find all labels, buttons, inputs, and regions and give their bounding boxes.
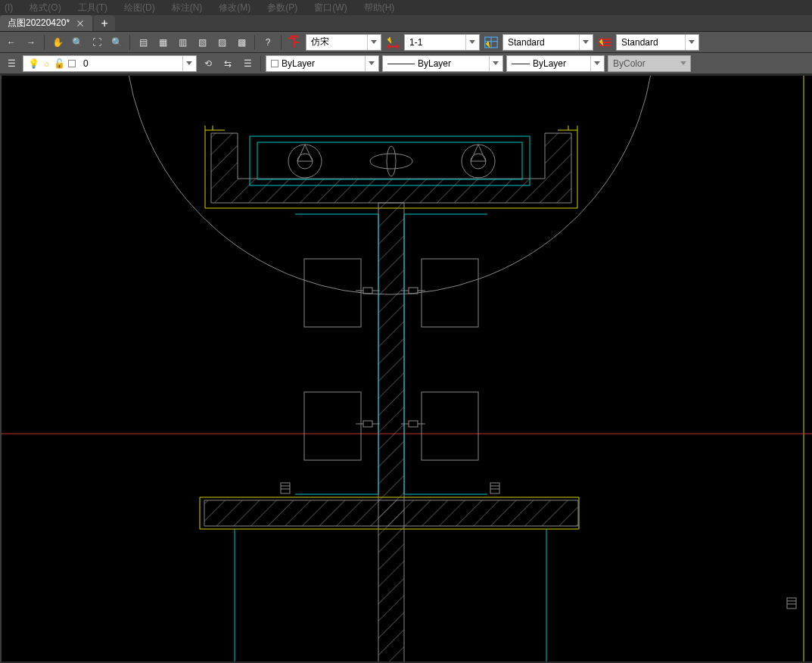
menu-item[interactable]: 绘图(D)	[124, 2, 155, 14]
menu-item[interactable]: 窗口(W)	[314, 2, 347, 14]
menu-bar: (I) 格式(O) 工具(T) 绘图(D) 标注(N) 修改(M) 参数(P) …	[0, 0, 812, 15]
separator	[260, 56, 261, 71]
svg-rect-14	[363, 288, 372, 294]
chevron-down-icon[interactable]	[489, 56, 501, 71]
menu-item[interactable]: 标注(N)	[172, 2, 203, 14]
zoom-prev-icon: 🔍	[111, 37, 123, 48]
svg-rect-11	[304, 392, 361, 460]
svg-rect-12	[422, 259, 478, 327]
menu-item[interactable]: 工具(T)	[78, 2, 107, 14]
tab-title: 点图20220420*	[8, 17, 70, 30]
text-style-value: 仿宋	[311, 36, 329, 48]
chevron-down-icon[interactable]	[579, 35, 591, 50]
layer-combo[interactable]: 💡 ☼ 🔓 0	[23, 55, 197, 72]
lineweight-combo[interactable]: —— ByLayer	[506, 55, 605, 72]
new-tab-button[interactable]: +	[94, 15, 115, 31]
separator	[44, 35, 45, 50]
plotstyle-value: ByColor	[613, 58, 646, 69]
layer-color-swatch	[68, 60, 76, 67]
menu-item[interactable]: 帮助(H)	[364, 2, 395, 14]
sheetset-button[interactable]: ▦	[154, 34, 171, 51]
separator	[254, 35, 255, 50]
zoom-window-button[interactable]: ⛶	[89, 34, 105, 51]
shaft-right	[404, 214, 487, 494]
zoom-realtime-button[interactable]: 🔍	[69, 34, 86, 51]
markup-button[interactable]: ▨	[213, 34, 230, 51]
layers-icon: ☰	[8, 58, 16, 69]
svg-rect-26	[281, 483, 290, 493]
shaft-left	[295, 214, 378, 494]
chevron-down-icon[interactable]	[465, 35, 478, 50]
nav-back-button[interactable]: ←	[3, 34, 20, 51]
table-style-value: Standard	[508, 37, 545, 48]
menu-item[interactable]: (I)	[5, 2, 13, 13]
walls-hatch	[204, 133, 578, 663]
layer-prev-button[interactable]: ⟲	[200, 55, 216, 72]
close-icon[interactable]	[76, 19, 85, 28]
ml-style-combo[interactable]: Standard	[616, 34, 699, 51]
tool-palette-button[interactable]: ▥	[174, 34, 191, 51]
layer-match-button[interactable]: ⇆	[219, 55, 236, 72]
separator	[281, 35, 282, 50]
svg-rect-20	[363, 421, 372, 427]
svg-rect-13	[422, 392, 478, 460]
pan-button[interactable]: ✋	[49, 34, 66, 51]
lightbulb-icon: 💡	[28, 58, 39, 69]
lock-icon: 🔓	[54, 58, 65, 69]
table-style-combo[interactable]: Standard	[502, 34, 593, 51]
properties-toolbar: ☰ 💡 ☼ 🔓 0 ⟲ ⇆ ☰ ByLayer ——— ByLayer —— B…	[0, 53, 812, 74]
properties-button[interactable]: ▤	[135, 34, 151, 51]
lineweight-value: ByLayer	[533, 58, 566, 69]
svg-rect-23	[409, 421, 418, 427]
svg-rect-32	[787, 598, 796, 609]
layer-manager-button[interactable]: ☰	[3, 55, 20, 72]
menu-item[interactable]: 修改(M)	[219, 2, 250, 14]
chevron-down-icon[interactable]	[685, 35, 697, 50]
linetype-combo[interactable]: ——— ByLayer	[382, 55, 503, 72]
table-style-icon	[483, 34, 499, 51]
svg-rect-29	[490, 483, 499, 493]
document-tab[interactable]: 点图20220420*	[0, 15, 92, 31]
linetype-sample: ———	[387, 58, 415, 69]
layer-name: 0	[83, 58, 89, 69]
chevron-down-icon[interactable]	[367, 35, 379, 50]
zoom-icon: 🔍	[72, 37, 83, 48]
help-button[interactable]: ?	[260, 34, 276, 51]
nav-forward-button[interactable]: →	[23, 34, 39, 51]
chevron-down-icon[interactable]	[590, 56, 602, 71]
hand-icon: ✋	[52, 37, 64, 48]
markup-icon: ▨	[218, 37, 226, 48]
color-value: ByLayer	[282, 58, 315, 69]
arrow-right-icon: →	[26, 37, 36, 48]
plotstyle-combo: ByColor	[608, 55, 691, 72]
dim-style-value: 1-1	[409, 37, 422, 48]
sun-icon: ☼	[42, 58, 51, 69]
dim-style-icon	[384, 34, 401, 51]
chevron-down-icon	[677, 56, 689, 71]
text-style-combo[interactable]: 仿宋	[306, 34, 381, 51]
color-combo[interactable]: ByLayer	[266, 55, 379, 72]
linetype-value: ByLayer	[418, 58, 451, 69]
chevron-down-icon[interactable]	[365, 56, 377, 71]
drawing-viewport[interactable]	[0, 74, 812, 663]
chevron-down-icon[interactable]	[182, 56, 194, 71]
ml-style-icon	[596, 34, 613, 51]
layer-state-button[interactable]: ☰	[239, 55, 256, 72]
document-tabs: 点图20220420* +	[0, 15, 812, 32]
zoom-previous-button[interactable]: 🔍	[108, 34, 125, 51]
calc-button[interactable]: ▧	[194, 34, 210, 51]
menu-item[interactable]: 参数(P)	[267, 2, 297, 14]
help-icon: ?	[266, 37, 271, 48]
qcalc-icon: ▩	[238, 37, 246, 48]
quickcalc-button[interactable]: ▩	[233, 34, 250, 51]
drawing-canvas[interactable]	[0, 74, 812, 663]
svg-rect-2	[250, 136, 530, 185]
color-swatch	[271, 60, 278, 67]
layer-state-icon: ☰	[244, 58, 252, 69]
cooktop-block	[250, 136, 530, 185]
menu-item[interactable]: 格式(O)	[30, 2, 61, 14]
layer-prev-icon: ⟲	[204, 58, 212, 69]
dim-style-combo[interactable]: 1-1	[404, 34, 480, 51]
styles-toolbar: ← → ✋ 🔍 ⛶ 🔍 ▤ ▦ ▥ ▧ ▨ ▩ ? 仿宋 1-1 Standar…	[0, 32, 812, 53]
calculator-icon: ▧	[198, 37, 207, 48]
